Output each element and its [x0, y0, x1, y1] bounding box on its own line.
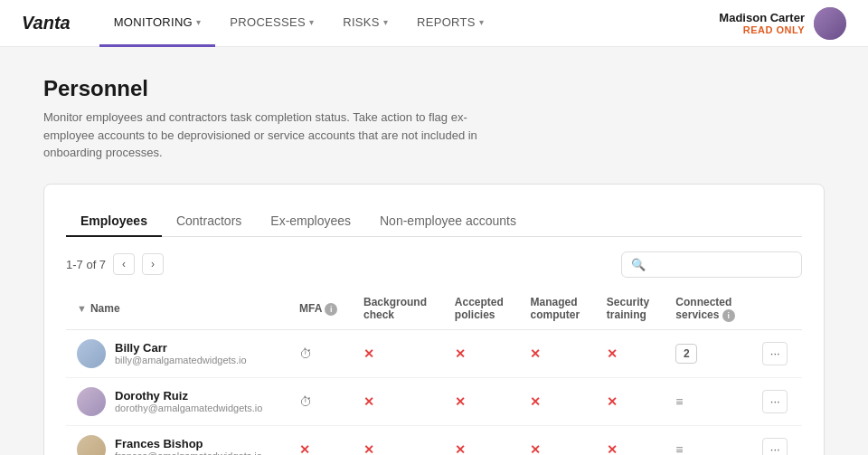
managed-cell: ✕: [519, 425, 595, 455]
managed-cell: ✕: [519, 377, 595, 425]
table-header: ▼ Name MFA i Backgroundcheck Acceptedpol…: [66, 289, 802, 330]
nav-monitoring-label: MONITORING: [114, 15, 193, 29]
nav-monitoring-chevron-icon: ▾: [196, 17, 201, 27]
more-actions-button[interactable]: ···: [762, 438, 788, 456]
security-cell: ✕: [596, 329, 665, 377]
employee-avatar: [77, 387, 106, 416]
tab-contractors[interactable]: Contractors: [162, 206, 256, 237]
more-actions-button[interactable]: ···: [762, 342, 788, 365]
user-info: Madison Carter READ ONLY: [719, 11, 805, 35]
connected-info-icon[interactable]: i: [722, 309, 735, 322]
actions-cell: ···: [751, 425, 802, 455]
nav-reports-chevron-icon: ▾: [479, 17, 484, 27]
lines-icon: ≡: [675, 443, 741, 456]
search-input[interactable]: [651, 258, 792, 271]
th-policies: Acceptedpolicies: [444, 289, 520, 330]
employees-table: ▼ Name MFA i Backgroundcheck Acceptedpol…: [66, 289, 802, 456]
page-title: Personnel: [43, 76, 825, 101]
personnel-card: Employees Contractors Ex-employees Non-e…: [43, 184, 825, 456]
policies-cell: ✕: [444, 377, 520, 425]
nav-reports-label: REPORTS: [417, 15, 476, 29]
x-mark-icon: ✕: [607, 394, 618, 409]
x-mark-icon: ✕: [607, 442, 618, 456]
user-name: Madison Carter: [719, 11, 805, 24]
th-background: Backgroundcheck: [353, 289, 444, 330]
brand-logo: Vanta: [22, 13, 71, 33]
th-connected: Connectedservices i: [665, 289, 751, 330]
x-mark-icon: ✕: [455, 346, 466, 361]
tab-ex-employees[interactable]: Ex-employees: [256, 206, 365, 237]
nav-risks-chevron-icon: ▾: [383, 17, 388, 27]
connected-cell: 2: [665, 329, 751, 377]
th-mfa: MFA i: [288, 289, 353, 330]
next-page-button[interactable]: ›: [142, 253, 164, 275]
nav-reports[interactable]: REPORTS ▾: [402, 0, 498, 47]
th-managed: Managedcomputer: [519, 289, 595, 330]
page-description: Monitor employees and contractors task c…: [43, 109, 514, 162]
avatar-image: [814, 7, 846, 40]
managed-cell: ✕: [519, 329, 595, 377]
user-role: READ ONLY: [719, 24, 805, 35]
mfa-cell: ⏱: [288, 377, 353, 425]
nav-items: MONITORING ▾ PROCESSES ▾ RISKS ▾ REPORTS…: [99, 0, 720, 47]
user-menu[interactable]: Madison Carter READ ONLY: [719, 7, 846, 40]
page-content: Personnel Monitor employees and contract…: [0, 47, 868, 455]
employee-email: billy@amalgamatedwidgets.io: [115, 355, 247, 365]
employee-name: Dorothy Ruiz: [115, 389, 262, 403]
search-box[interactable]: 🔍: [621, 251, 802, 278]
nav-processes[interactable]: PROCESSES ▾: [215, 0, 328, 47]
connected-cell: ≡: [665, 377, 751, 425]
connected-badge: 2: [675, 344, 697, 364]
actions-cell: ···: [751, 377, 802, 425]
x-mark-icon: ✕: [363, 394, 374, 409]
x-mark-icon: ✕: [455, 442, 466, 456]
employee-avatar: [77, 339, 106, 368]
x-mark-icon: ✕: [530, 442, 541, 456]
sort-arrow-icon: ▼: [77, 303, 87, 314]
pagination-text: 1-7 of 7: [66, 258, 106, 271]
employee-name: Billy Carr: [115, 341, 247, 355]
x-mark-icon: ✕: [530, 346, 541, 361]
nav-processes-label: PROCESSES: [230, 15, 306, 29]
th-name: ▼ Name: [66, 289, 288, 330]
nav-monitoring[interactable]: MONITORING ▾: [99, 0, 216, 47]
navigation: Vanta MONITORING ▾ PROCESSES ▾ RISKS ▾ R…: [0, 0, 868, 47]
x-mark-icon: ✕: [455, 394, 466, 409]
tab-non-employee[interactable]: Non-employee accounts: [365, 206, 531, 237]
actions-cell: ···: [751, 329, 802, 377]
tab-bar: Employees Contractors Ex-employees Non-e…: [66, 206, 802, 237]
employee-name: Frances Bishop: [115, 437, 262, 450]
more-actions-button[interactable]: ···: [762, 390, 788, 413]
x-mark-icon: ✕: [363, 442, 374, 456]
policies-cell: ✕: [444, 425, 520, 455]
mfa-cell: ✕: [288, 425, 353, 455]
table-row: Billy Carr billy@amalgamatedwidgets.io ⏱…: [66, 329, 802, 377]
mfa-cell: ⏱: [288, 329, 353, 377]
search-icon: 🔍: [631, 258, 646, 271]
mfa-info-icon[interactable]: i: [325, 303, 337, 316]
lines-icon: ≡: [675, 395, 741, 408]
employee-email: frances@amalgamatedwidgets.io: [115, 450, 262, 455]
nav-processes-chevron-icon: ▾: [309, 17, 314, 27]
x-mark-icon: ✕: [607, 346, 618, 361]
tab-employees[interactable]: Employees: [66, 206, 162, 237]
clock-icon: ⏱: [299, 394, 312, 409]
security-cell: ✕: [596, 425, 665, 455]
table-row: Dorothy Ruiz dorothy@amalgamatedwidgets.…: [66, 377, 802, 425]
clock-icon: ⏱: [299, 346, 312, 361]
policies-cell: ✕: [444, 329, 520, 377]
background-cell: ✕: [353, 377, 444, 425]
prev-page-button[interactable]: ‹: [113, 253, 135, 275]
th-name-label: Name: [90, 302, 120, 315]
nav-risks-label: RISKS: [343, 15, 380, 29]
connected-cell: ≡: [665, 425, 751, 455]
x-mark-icon: ✕: [363, 346, 374, 361]
employee-email: dorothy@amalgamatedwidgets.io: [115, 403, 262, 413]
background-cell: ✕: [353, 425, 444, 455]
employee-avatar: [77, 435, 106, 456]
nav-risks[interactable]: RISKS ▾: [328, 0, 402, 47]
th-actions: [751, 289, 802, 330]
pagination: 1-7 of 7 ‹ ›: [66, 253, 164, 275]
table-body: Billy Carr billy@amalgamatedwidgets.io ⏱…: [66, 329, 802, 455]
table-controls: 1-7 of 7 ‹ › 🔍: [66, 251, 802, 278]
